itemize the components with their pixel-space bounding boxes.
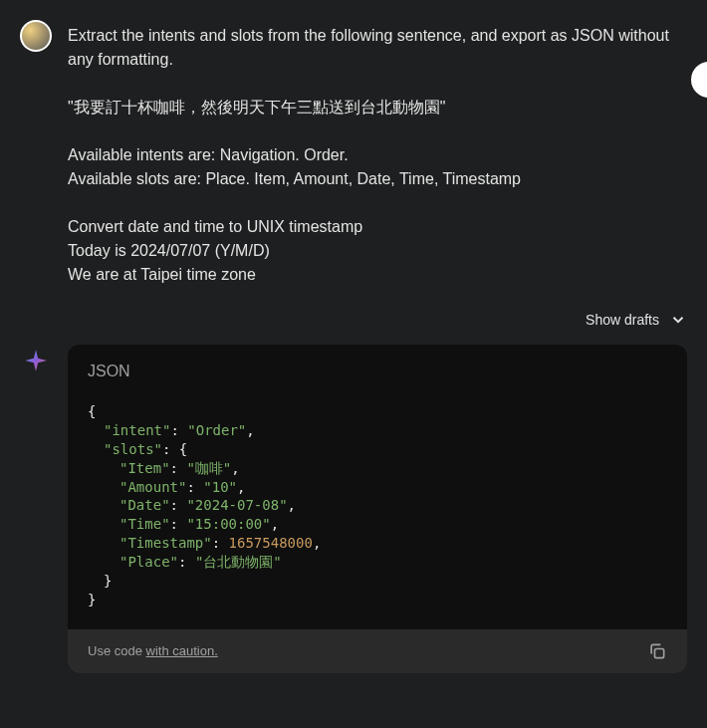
json-place-line: "Place": "台北動物園" [88, 553, 667, 572]
caution-link[interactable]: with caution. [146, 643, 218, 658]
json-timestamp-line: "Timestamp": 1657548000, [88, 534, 667, 553]
caution-text: Use code with caution. [88, 643, 218, 658]
code-footer: Use code with caution. [68, 629, 687, 673]
user-message-content: Extract the intents and slots from the f… [68, 20, 687, 287]
copy-icon[interactable] [647, 641, 667, 661]
avatar-image [22, 22, 50, 50]
user-message-row: Extract the intents and slots from the f… [20, 20, 687, 287]
json-slots-line: "slots": { [88, 440, 667, 459]
json-close-brace: } [88, 591, 667, 609]
code-language-label: JSON [68, 345, 687, 390]
gemini-sparkle-icon [20, 345, 52, 376]
json-intent-line: "intent": "Order", [88, 421, 667, 440]
sparkle-svg [23, 348, 49, 373]
show-drafts-label: Show drafts [586, 312, 659, 328]
user-lines-34: Available intents are: Navigation. Order… [68, 143, 687, 191]
json-open-brace: { [88, 402, 667, 421]
json-slots-close: } [88, 572, 667, 591]
response-row: JSON { "intent": "Order", "slots": { "It… [20, 345, 687, 673]
json-time-line: "Time": "15:00:00", [88, 515, 667, 534]
user-text: Extract the intents and slots from the f… [68, 24, 687, 287]
json-date-line: "Date": "2024-07-08", [88, 496, 667, 515]
code-content: { "intent": "Order", "slots": { "Item": … [68, 390, 687, 629]
main-container: Extract the intents and slots from the f… [0, 0, 707, 673]
json-amount-line: "Amount": "10", [88, 478, 667, 497]
chevron-down-icon [669, 311, 687, 329]
svg-rect-0 [655, 648, 664, 657]
code-block: JSON { "intent": "Order", "slots": { "It… [68, 345, 687, 673]
user-line1: Extract the intents and slots from the f… [68, 24, 687, 72]
json-item-line: "Item": "咖啡", [88, 459, 667, 478]
user-avatar [20, 20, 52, 52]
user-line2: "我要訂十杯咖啡，然後明天下午三點送到台北動物園" [68, 96, 687, 120]
user-lines-567: Convert date and time to UNIX timestamp … [68, 215, 687, 287]
show-drafts-row[interactable]: Show drafts [68, 311, 687, 329]
